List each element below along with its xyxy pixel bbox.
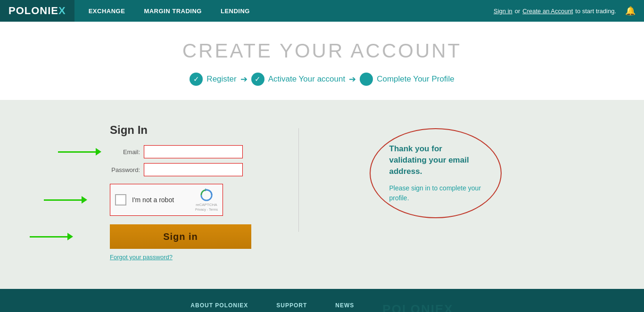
email-arrow (58, 148, 101, 156)
email-input[interactable] (144, 145, 243, 158)
step-register: ✓ Register (190, 73, 236, 86)
validation-text: Please sign in to complete your profile. (389, 183, 482, 203)
footer-news[interactable]: NEWS (335, 302, 354, 312)
captcha-box[interactable]: I'm not a robot reCAPTCHA Privacy - Term… (110, 184, 223, 216)
password-row: Password: (110, 163, 261, 176)
step-activate: ✓ Activate Your account (251, 73, 346, 86)
tagline: to start trading. (575, 8, 616, 15)
footer-links: ABOUT POLONIEX SUPPORT NEWS POLONIEX (0, 302, 644, 312)
footer-logo: POLONIEX (382, 302, 453, 312)
forgot-password-link[interactable]: Forgot your password? (110, 254, 261, 261)
captcha-row: I'm not a robot reCAPTCHA Privacy - Term… (110, 184, 261, 216)
content-inner: Sign In Email: Password: (110, 123, 534, 261)
captcha-label: I'm not a robot (132, 196, 190, 204)
nav-lending[interactable]: LENDING (211, 0, 259, 22)
captcha-checkbox[interactable] (115, 194, 126, 205)
signin-btn-row: Sign in (110, 224, 261, 249)
or-text: or (515, 8, 520, 15)
step-activate-label: Activate Your account (268, 74, 346, 84)
password-input[interactable] (144, 163, 243, 176)
main-content: Sign In Email: Password: (0, 100, 644, 289)
header-section: CREATE YOUR ACCOUNT ✓ Register ➔ ✓ Activ… (0, 22, 644, 100)
signin-link[interactable]: Sign in (494, 8, 512, 15)
signin-arrow (30, 233, 100, 240)
recaptcha-text: reCAPTCHA (196, 203, 217, 207)
divider (298, 128, 299, 232)
email-label: Email: (110, 148, 144, 156)
nav-links: EXCHANGE MARGIN TRADING LENDING (79, 0, 494, 22)
footer-support[interactable]: SUPPORT (276, 302, 307, 312)
footer: ABOUT POLONIEX SUPPORT NEWS POLONIEX (0, 289, 644, 312)
step-complete: Complete Your Profile (360, 73, 454, 86)
step-register-check: ✓ (190, 73, 203, 86)
recaptcha-logo: reCAPTCHA Privacy - Terms (195, 189, 218, 211)
validation-title: Thank you for validating your email addr… (389, 143, 482, 177)
step-arrow-2: ➔ (349, 74, 356, 84)
logo-text: POLONIEX (8, 5, 66, 17)
nav-margin-trading[interactable]: MARGIN TRADING (134, 0, 211, 22)
page-title: CREATE YOUR ACCOUNT (9, 40, 635, 62)
step-arrow-1: ➔ (240, 74, 248, 84)
step-complete-circle (360, 73, 373, 86)
signin-button[interactable]: Sign in (110, 224, 251, 249)
recaptcha-icon (200, 189, 213, 202)
signin-box: Sign In Email: Password: (110, 123, 261, 261)
steps-row: ✓ Register ➔ ✓ Activate Your account ➔ C… (9, 73, 635, 86)
validation-oval: Thank you for validating your email addr… (370, 128, 502, 218)
nav-exchange[interactable]: EXCHANGE (79, 0, 135, 22)
navbar: POLONIEX EXCHANGE MARGIN TRADING LENDING… (0, 0, 644, 22)
password-label: Password: (110, 166, 144, 173)
footer-about[interactable]: ABOUT POLONIEX (190, 302, 248, 312)
captcha-arrow (44, 196, 87, 204)
right-panel: Thank you for validating your email addr… (337, 123, 534, 218)
create-account-link[interactable]: Create an Account (522, 8, 573, 15)
step-activate-check: ✓ (251, 73, 264, 86)
nav-right: Sign in or Create an Account to start tr… (494, 6, 644, 16)
email-row: Email: (110, 145, 261, 158)
recaptcha-links: Privacy - Terms (195, 208, 218, 211)
bell-icon[interactable]: 🔔 (625, 6, 636, 16)
logo[interactable]: POLONIEX (0, 0, 74, 22)
step-complete-label: Complete Your Profile (377, 74, 454, 84)
step-register-label: Register (206, 74, 236, 84)
signin-title: Sign In (110, 123, 261, 137)
